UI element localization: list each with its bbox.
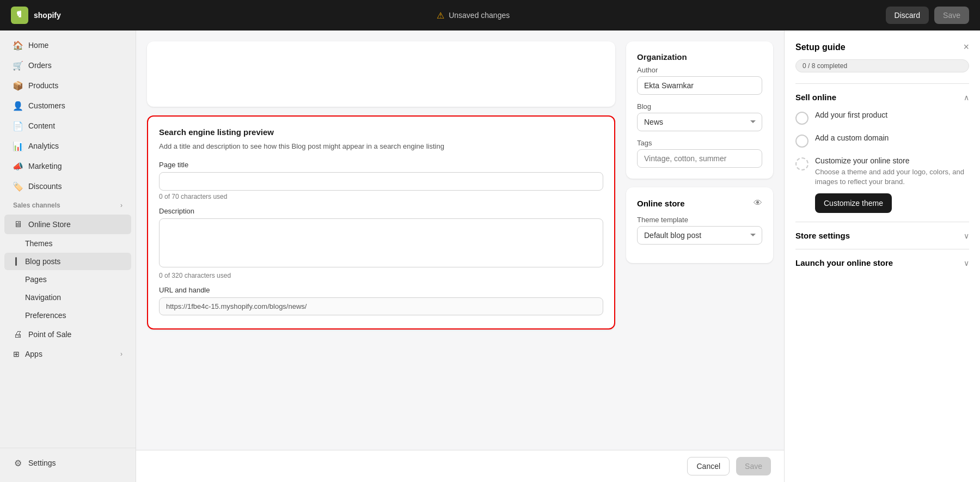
custom-domain-label: Add a custom domain <box>815 133 889 142</box>
themes-label: Themes <box>25 239 53 248</box>
sidebar-sub-themes[interactable]: Themes <box>4 235 131 252</box>
sidebar: 🏠 Home 🛒 Orders 📦 Products 👤 Customers 📄… <box>0 30 136 482</box>
apps-section[interactable]: ⊞ Apps › <box>4 345 131 363</box>
topbar-center: ⚠ Unsaved changes <box>437 10 510 21</box>
sidebar-item-marketing[interactable]: 📣 Marketing <box>4 156 131 176</box>
first-product-circle <box>795 112 808 125</box>
shopify-logo-icon <box>11 7 28 24</box>
setup-items: Add your first product Add a custom doma… <box>795 111 969 213</box>
search-engine-listing-card: Search engine listing preview Add a titl… <box>147 115 615 330</box>
discounts-icon: 🏷️ <box>13 181 23 191</box>
customize-store-desc: Choose a theme and add your logo, colors… <box>815 167 969 187</box>
warning-icon: ⚠ <box>437 10 444 21</box>
launch-store-section: Launch your online store ∨ <box>795 249 969 276</box>
store-settings-header[interactable]: Store settings ∨ <box>795 231 969 240</box>
online-store-header: Online store 👁 <box>637 198 762 208</box>
org-title: Organization <box>637 52 762 62</box>
description-label: Description <box>159 207 603 215</box>
customize-store-circle <box>795 157 808 170</box>
launch-store-header[interactable]: Launch your online store ∨ <box>795 258 969 267</box>
sidebar-item-pos[interactable]: 🖨 Point of Sale <box>4 325 131 344</box>
content-left: Search engine listing preview Add a titl… <box>147 41 615 439</box>
setup-panel-header: Setup guide × <box>795 41 969 53</box>
store-settings-toggle: ∨ <box>964 231 969 240</box>
page-title-input[interactable] <box>159 172 603 191</box>
sidebar-item-online-store[interactable]: 🖥 Online Store <box>4 215 131 234</box>
sel-description: Add a title and description to see how t… <box>159 141 603 152</box>
sidebar-sub-blog-posts[interactable]: Blog posts <box>4 253 131 270</box>
launch-store-title: Launch your online store <box>795 258 893 267</box>
sidebar-sub-preferences[interactable]: Preferences <box>4 307 131 324</box>
sales-channels-section[interactable]: Sales channels › <box>4 197 131 214</box>
setup-guide-title: Setup guide <box>795 42 846 52</box>
analytics-icon: 📊 <box>13 141 23 151</box>
topbar-left: shopify <box>11 7 61 24</box>
description-group: Description 0 of 320 characters used <box>159 207 603 279</box>
sidebar-products-label: Products <box>28 81 58 90</box>
tags-input[interactable] <box>637 149 762 168</box>
active-indicator <box>15 257 17 266</box>
store-settings-title: Store settings <box>795 231 850 240</box>
setup-item-custom-domain: Add a custom domain <box>795 133 969 148</box>
blog-posts-label: Blog posts <box>25 257 60 266</box>
topbar: shopify ⚠ Unsaved changes Discard Save <box>0 0 980 30</box>
content-area: Search engine listing preview Add a titl… <box>136 30 784 450</box>
author-label: Author <box>637 66 762 74</box>
organization-card: Organization Author Blog News Blog Artic… <box>626 41 773 179</box>
content-icon: 📄 <box>13 121 23 131</box>
theme-template-label: Theme template <box>637 216 762 224</box>
sales-channels-chevron: › <box>120 202 122 209</box>
sidebar-settings-label: Settings <box>28 459 56 467</box>
customize-store-label: Customize your online store <box>815 156 969 165</box>
description-textarea[interactable] <box>159 218 603 267</box>
shopify-logo-text: shopify <box>34 11 61 20</box>
sidebar-item-home[interactable]: 🏠 Home <box>4 35 131 55</box>
sidebar-orders-label: Orders <box>28 61 52 70</box>
custom-domain-circle <box>795 135 808 148</box>
sidebar-sub-pages[interactable]: Pages <box>4 271 131 288</box>
description-char-count: 0 of 320 characters used <box>159 272 603 279</box>
sidebar-item-orders[interactable]: 🛒 Orders <box>4 56 131 75</box>
eye-icon[interactable]: 👁 <box>754 198 762 208</box>
products-icon: 📦 <box>13 81 23 90</box>
sidebar-home-label: Home <box>28 41 48 50</box>
setup-guide-close-button[interactable]: × <box>963 41 969 53</box>
setup-guide-panel: Setup guide × 0 / 8 completed Sell onlin… <box>784 30 980 482</box>
apps-icon: ⊞ <box>13 350 20 358</box>
launch-store-toggle: ∨ <box>964 259 969 267</box>
sel-title: Search engine listing preview <box>159 127 603 137</box>
unsaved-changes-text: Unsaved changes <box>449 11 510 20</box>
sidebar-pos-label: Point of Sale <box>28 330 71 339</box>
save-top-button[interactable]: Save <box>934 7 969 24</box>
setup-item-customize-store: Customize your online store Choose a the… <box>795 156 969 213</box>
customize-theme-button[interactable]: Customize theme <box>815 193 892 213</box>
author-input[interactable] <box>637 76 762 95</box>
sidebar-item-discounts[interactable]: 🏷️ Discounts <box>4 176 131 196</box>
discard-button[interactable]: Discard <box>886 7 929 24</box>
sidebar-marketing-label: Marketing <box>28 162 62 170</box>
pages-label: Pages <box>25 275 47 284</box>
sell-online-header[interactable]: Sell online ∧ <box>795 93 969 102</box>
theme-template-select[interactable]: Default blog post Custom template <box>637 226 762 245</box>
tags-label: Tags <box>637 139 762 147</box>
navigation-label: Navigation <box>25 293 61 302</box>
url-handle-input[interactable] <box>159 297 603 315</box>
main-content: Search engine listing preview Add a titl… <box>136 30 784 482</box>
sidebar-online-store-label: Online Store <box>28 220 71 229</box>
save-button[interactable]: Save <box>736 457 771 475</box>
sidebar-sub-navigation[interactable]: Navigation <box>4 289 131 306</box>
blog-select[interactable]: News Blog Articles <box>637 113 762 131</box>
sidebar-item-analytics[interactable]: 📊 Analytics <box>4 136 131 156</box>
cancel-button[interactable]: Cancel <box>687 457 730 475</box>
setup-item-first-product: Add your first product <box>795 111 969 125</box>
page-title-char-count: 0 of 70 characters used <box>159 193 603 200</box>
sidebar-item-content[interactable]: 📄 Content <box>4 116 131 136</box>
sidebar-nav: 🏠 Home 🛒 Orders 📦 Products 👤 Customers 📄… <box>0 30 136 448</box>
sidebar-item-customers[interactable]: 👤 Customers <box>4 96 131 115</box>
custom-domain-text: Add a custom domain <box>815 133 889 142</box>
apps-label: Apps <box>25 350 42 358</box>
sidebar-item-products[interactable]: 📦 Products <box>4 76 131 95</box>
sell-online-toggle: ∧ <box>964 93 969 102</box>
progress-badge: 0 / 8 completed <box>795 59 969 72</box>
sidebar-item-settings[interactable]: ⚙ Settings <box>4 453 131 473</box>
